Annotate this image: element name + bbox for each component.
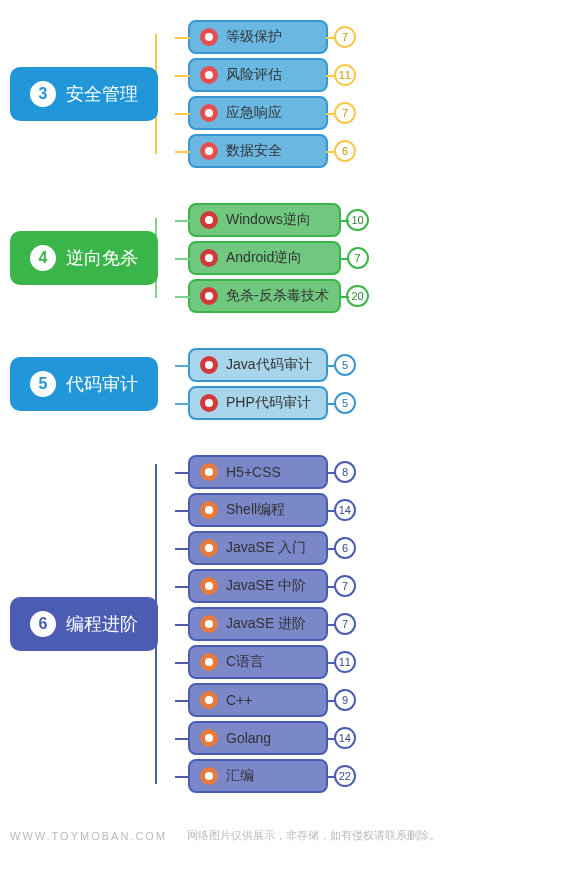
svg-point-16	[205, 734, 213, 742]
left-connector	[175, 75, 190, 77]
badge-connector	[339, 220, 349, 222]
node-icon	[200, 211, 218, 229]
node-icon	[200, 394, 218, 412]
left-connector	[175, 113, 190, 115]
child-node: Shell编程14	[188, 493, 328, 527]
child-node: 风险评估11	[188, 58, 328, 92]
count-badge: 7	[334, 26, 356, 48]
child-node: 免杀-反杀毒技术20	[188, 279, 341, 313]
root-title: 代码审计	[66, 372, 138, 396]
count-badge: 8	[334, 461, 356, 483]
root-title: 逆向免杀	[66, 246, 138, 270]
child-node: 汇编22	[188, 759, 328, 793]
child-label: Windows逆向	[226, 211, 311, 229]
count-badge: 6	[334, 537, 356, 559]
root-node: 5代码审计	[10, 357, 158, 411]
svg-point-4	[205, 216, 213, 224]
child-node: PHP代码审计5	[188, 386, 328, 420]
footer-domain: WWW.TOYMOBAN.COM	[10, 830, 167, 842]
badge-connector	[326, 700, 336, 702]
left-connector	[175, 365, 190, 367]
left-connector	[175, 548, 190, 550]
node-icon	[200, 249, 218, 267]
child-label: 免杀-反杀毒技术	[226, 287, 329, 305]
badge-connector	[326, 624, 336, 626]
count-badge: 5	[334, 392, 356, 414]
footer-notice: 网络图片仅供展示，非存储，如有侵权请联系删除。	[187, 828, 440, 843]
child-label: 汇编	[226, 767, 254, 785]
badge-connector	[326, 365, 336, 367]
child-label: H5+CSS	[226, 464, 281, 480]
svg-point-15	[205, 696, 213, 704]
left-connector	[175, 151, 190, 153]
child-node: JavaSE 进阶7	[188, 607, 328, 641]
node-icon	[200, 104, 218, 122]
root-node: 3安全管理	[10, 67, 158, 121]
child-label: 等级保护	[226, 28, 282, 46]
node-icon	[200, 356, 218, 374]
count-badge: 11	[334, 651, 356, 673]
left-connector	[175, 296, 190, 298]
footer: WWW.TOYMOBAN.COM 网络图片仅供展示，非存储，如有侵权请联系删除。	[10, 828, 563, 843]
node-icon	[200, 501, 218, 519]
children-container: Java代码审计5PHP代码审计5	[188, 348, 328, 420]
badge-connector	[326, 662, 336, 664]
node-icon	[200, 539, 218, 557]
badge-connector	[326, 548, 336, 550]
svg-point-14	[205, 658, 213, 666]
root-title: 编程进阶	[66, 612, 138, 636]
svg-point-6	[205, 292, 213, 300]
count-badge: 5	[334, 354, 356, 376]
left-connector	[175, 37, 190, 39]
svg-point-2	[205, 109, 213, 117]
count-badge: 20	[346, 285, 368, 307]
child-label: JavaSE 中阶	[226, 577, 306, 595]
node-icon	[200, 767, 218, 785]
child-label: Shell编程	[226, 501, 285, 519]
child-node: C语言11	[188, 645, 328, 679]
node-icon	[200, 28, 218, 46]
svg-point-8	[205, 399, 213, 407]
count-badge: 11	[334, 64, 356, 86]
child-label: 数据安全	[226, 142, 282, 160]
child-node: 应急响应7	[188, 96, 328, 130]
badge-connector	[326, 113, 336, 115]
badge-connector	[339, 296, 349, 298]
left-connector	[175, 472, 190, 474]
left-connector	[175, 586, 190, 588]
count-badge: 7	[334, 613, 356, 635]
root-title: 安全管理	[66, 82, 138, 106]
count-badge: 7	[334, 102, 356, 124]
children-container: 等级保护7风险评估11应急响应7数据安全6	[188, 20, 328, 168]
child-node: Golang14	[188, 721, 328, 755]
svg-point-17	[205, 772, 213, 780]
child-label: JavaSE 进阶	[226, 615, 306, 633]
svg-point-1	[205, 71, 213, 79]
node-icon	[200, 287, 218, 305]
left-connector	[175, 700, 190, 702]
badge-connector	[326, 37, 336, 39]
svg-point-5	[205, 254, 213, 262]
badge-connector	[326, 75, 336, 77]
svg-point-10	[205, 506, 213, 514]
node-icon	[200, 729, 218, 747]
child-node: Java代码审计5	[188, 348, 328, 382]
left-connector	[175, 662, 190, 664]
child-label: Android逆向	[226, 249, 302, 267]
node-icon	[200, 142, 218, 160]
svg-point-0	[205, 33, 213, 41]
root-node: 6编程进阶	[10, 597, 158, 651]
child-label: 风险评估	[226, 66, 282, 84]
child-label: Golang	[226, 730, 271, 746]
node-icon	[200, 66, 218, 84]
child-node: C++9	[188, 683, 328, 717]
child-label: PHP代码审计	[226, 394, 311, 412]
number-circle: 5	[30, 371, 56, 397]
left-connector	[175, 624, 190, 626]
root-node: 4逆向免杀	[10, 231, 158, 285]
count-badge: 6	[334, 140, 356, 162]
left-connector	[175, 776, 190, 778]
number-circle: 3	[30, 81, 56, 107]
child-node: 数据安全6	[188, 134, 328, 168]
badge-connector	[326, 151, 336, 153]
